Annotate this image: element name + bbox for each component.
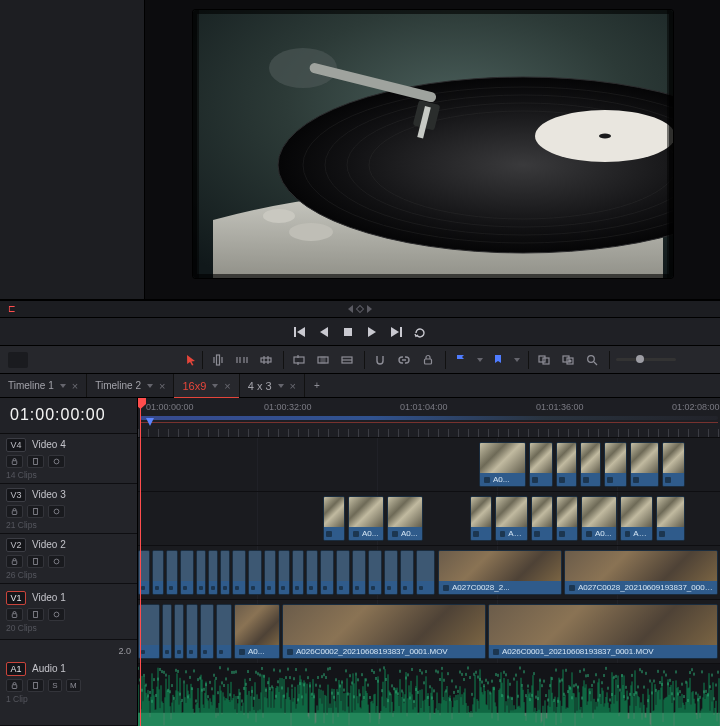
- video-clip[interactable]: A0...: [348, 496, 384, 541]
- video-clip[interactable]: [220, 550, 230, 595]
- video-clip[interactable]: [531, 496, 553, 541]
- trim-tool[interactable]: [209, 351, 227, 369]
- blade-tool[interactable]: [257, 351, 275, 369]
- scrub-next-icon[interactable]: [367, 305, 372, 313]
- track-enable-button[interactable]: [48, 555, 65, 568]
- track-lane-v3[interactable]: A0...A0...A0...A0...A0...: [138, 492, 720, 546]
- video-clip[interactable]: [630, 442, 659, 487]
- video-clip[interactable]: [166, 550, 178, 595]
- track-header-v3[interactable]: V3Video 3 21 Clips: [0, 484, 137, 534]
- timecode-display[interactable]: 01:00:00:00: [0, 398, 137, 434]
- timeline-ruler[interactable]: 01:00:00:0001:00:32:0001:01:04:0001:01:3…: [138, 398, 720, 438]
- video-clip[interactable]: A027C0028_2...: [438, 550, 562, 595]
- video-clip[interactable]: [196, 550, 206, 595]
- close-icon[interactable]: ×: [290, 380, 296, 392]
- video-clip[interactable]: A0...: [387, 496, 423, 541]
- video-clip[interactable]: A026C0002_20210608193837_0001.MOV: [282, 604, 486, 659]
- marker-button[interactable]: [489, 351, 507, 369]
- flag-button[interactable]: [452, 351, 470, 369]
- lock-toggle[interactable]: [419, 351, 437, 369]
- video-clip[interactable]: [200, 604, 214, 659]
- viewer-scrub-bar[interactable]: ⊏: [0, 300, 720, 318]
- video-clip[interactable]: [138, 604, 160, 659]
- video-clip[interactable]: [556, 496, 578, 541]
- video-clip[interactable]: [662, 442, 685, 487]
- toolbar-left-toggle[interactable]: [8, 352, 28, 368]
- scrub-prev-icon[interactable]: [348, 305, 353, 313]
- video-clip[interactable]: [323, 496, 345, 541]
- video-clip[interactable]: [320, 550, 334, 595]
- preview-monitor[interactable]: [193, 10, 673, 278]
- video-clip[interactable]: A027C0028_20210609193837_0001...: [564, 550, 718, 595]
- play-reverse-button[interactable]: [317, 325, 331, 339]
- video-clip[interactable]: [186, 604, 198, 659]
- add-tab-button[interactable]: +: [305, 374, 329, 397]
- prev-clip-button[interactable]: [293, 325, 307, 339]
- video-clip[interactable]: A0...: [495, 496, 528, 541]
- video-clip[interactable]: [384, 550, 398, 595]
- video-clip[interactable]: A0...: [581, 496, 617, 541]
- track-lane-v2[interactable]: A027C0028_2...A027C0028_20210609193837_0…: [138, 546, 720, 600]
- video-clip[interactable]: A0...: [479, 442, 526, 487]
- tab-timeline-2[interactable]: Timeline 2 ×: [87, 374, 174, 397]
- replace-clip-button[interactable]: [338, 351, 356, 369]
- auto-select-button[interactable]: [27, 455, 44, 468]
- link-toggle[interactable]: [395, 351, 413, 369]
- zoom-slider[interactable]: [616, 358, 676, 361]
- overwrite-clip-button[interactable]: [314, 351, 332, 369]
- track-lock-button[interactable]: [6, 455, 23, 468]
- insert-clip-button[interactable]: [290, 351, 308, 369]
- track-lane-v1[interactable]: A0...A026C0002_20210608193837_0001.MOVA0…: [138, 600, 720, 664]
- track-header-a1[interactable]: 2.0 A1Audio 1 S M 1 Clip: [0, 640, 137, 726]
- video-clip[interactable]: [416, 550, 435, 595]
- track-enable-button[interactable]: [48, 455, 65, 468]
- track-enable-button[interactable]: [48, 505, 65, 518]
- video-clip[interactable]: [604, 442, 627, 487]
- video-clip[interactable]: [352, 550, 366, 595]
- video-clip[interactable]: [162, 604, 172, 659]
- auto-select-button[interactable]: [27, 505, 44, 518]
- auto-select-button[interactable]: [27, 679, 44, 692]
- video-clip[interactable]: A0...: [620, 496, 653, 541]
- auto-select-button[interactable]: [27, 555, 44, 568]
- video-clip[interactable]: [152, 550, 164, 595]
- video-clip[interactable]: [292, 550, 304, 595]
- track-lane-v4[interactable]: A0...: [138, 438, 720, 492]
- track-header-v2[interactable]: V2Video 2 26 Clips: [0, 534, 137, 584]
- video-clip[interactable]: [216, 604, 232, 659]
- dynamic-trim-tool[interactable]: [233, 351, 251, 369]
- search-tool[interactable]: [583, 351, 601, 369]
- track-lock-button[interactable]: [6, 679, 23, 692]
- video-clip[interactable]: [248, 550, 262, 595]
- ruler-scrub-bar[interactable]: [140, 416, 718, 420]
- selection-tool[interactable]: [182, 351, 200, 369]
- video-clip[interactable]: A0...: [234, 604, 280, 659]
- video-clip[interactable]: [400, 550, 414, 595]
- video-clip[interactable]: [278, 550, 290, 595]
- solo-button[interactable]: S: [48, 679, 62, 692]
- video-clip[interactable]: [529, 442, 553, 487]
- tab-ratio-16x9[interactable]: 16x9 ×: [174, 374, 239, 397]
- video-clip[interactable]: A026C0001_20210608193837_0001.MOV: [488, 604, 718, 659]
- playhead[interactable]: [140, 398, 141, 726]
- track-lane-a1[interactable]: [138, 664, 720, 726]
- close-icon[interactable]: ×: [72, 380, 78, 392]
- close-icon[interactable]: ×: [159, 380, 165, 392]
- video-clip[interactable]: [470, 496, 492, 541]
- track-header-v4[interactable]: V4Video 4 14 Clips: [0, 434, 137, 484]
- mute-button[interactable]: M: [66, 679, 81, 692]
- video-clip[interactable]: [306, 550, 318, 595]
- tracks-canvas[interactable]: 01:00:00:0001:00:32:0001:01:04:0001:01:3…: [138, 398, 720, 726]
- loop-button[interactable]: [413, 325, 427, 339]
- dup-tool-b[interactable]: [559, 351, 577, 369]
- video-clip[interactable]: [208, 550, 218, 595]
- dup-tool-a[interactable]: [535, 351, 553, 369]
- close-icon[interactable]: ×: [224, 380, 230, 392]
- video-clip[interactable]: [556, 442, 577, 487]
- track-enable-button[interactable]: [48, 608, 65, 621]
- tab-timeline-1[interactable]: Timeline 1 ×: [0, 374, 87, 397]
- track-lock-button[interactable]: [6, 608, 23, 621]
- stop-button[interactable]: [341, 325, 355, 339]
- play-button[interactable]: [365, 325, 379, 339]
- video-clip[interactable]: [580, 442, 601, 487]
